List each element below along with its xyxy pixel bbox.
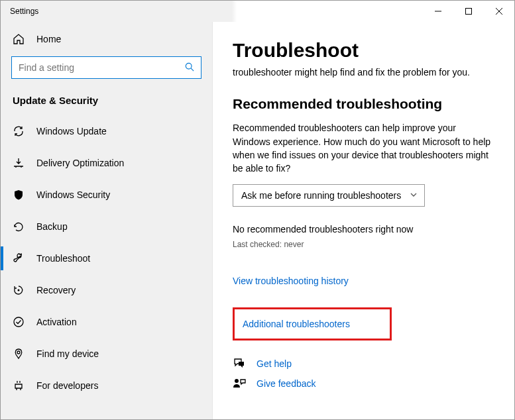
search-box[interactable]	[11, 56, 201, 79]
location-icon	[13, 348, 25, 360]
sidebar-item-find-my-device[interactable]: Find my device	[1, 338, 212, 370]
troubleshoot-preference-dropdown[interactable]: Ask me before running troubleshooters	[233, 184, 425, 207]
window-title: Settings	[1, 7, 38, 16]
sync-icon	[13, 125, 25, 137]
sidebar-item-label: Windows Update	[36, 126, 107, 136]
minimize-button[interactable]	[423, 1, 453, 22]
last-checked-text: Last checked: never	[233, 240, 494, 249]
search-wrapper	[11, 56, 201, 79]
intro-text: troubleshooter might help find and fix t…	[233, 66, 494, 79]
sidebar-home-label: Home	[36, 34, 61, 44]
sidebar-item-windows-security[interactable]: Windows Security	[1, 179, 212, 211]
sidebar-item-delivery-optimization[interactable]: Delivery Optimization	[1, 147, 212, 179]
maximize-button[interactable]	[453, 1, 484, 22]
give-feedback-link: Give feedback	[257, 378, 316, 389]
sidebar-item-label: Recovery	[36, 285, 76, 295]
sidebar-item-label: For developers	[36, 380, 98, 391]
view-history-link[interactable]: View troubleshooting history	[233, 276, 494, 286]
recovery-icon	[13, 284, 25, 296]
chevron-down-icon	[410, 190, 418, 201]
sidebar-item-label: Activation	[36, 317, 77, 327]
recommended-text: Recommended troubleshooters can help imp…	[233, 121, 494, 175]
sidebar-home[interactable]: Home	[1, 26, 212, 52]
home-icon	[13, 33, 25, 45]
close-button[interactable]	[484, 1, 514, 22]
sidebar-item-label: Troubleshoot	[36, 253, 90, 264]
status-text: No recommended troubleshooters right now	[233, 224, 494, 235]
backup-icon	[13, 221, 25, 233]
download-icon	[13, 157, 25, 169]
search-input[interactable]	[19, 62, 185, 73]
get-help-link: Get help	[257, 358, 292, 369]
content-area: Troubleshoot troubleshooter might help f…	[213, 22, 514, 420]
maximize-icon	[465, 8, 472, 15]
svg-line-5	[191, 68, 194, 71]
sidebar-item-label: Backup	[36, 221, 68, 232]
sidebar-item-label: Find my device	[36, 348, 99, 359]
close-icon	[496, 8, 502, 15]
sidebar-item-troubleshoot[interactable]: Troubleshoot	[1, 242, 212, 274]
sidebar-item-label: Windows Security	[36, 189, 110, 200]
titlebar: Settings	[1, 1, 514, 22]
dropdown-value: Ask me before running troubleshooters	[241, 190, 401, 201]
sidebar-category: Update & Security	[1, 87, 212, 115]
chat-icon	[233, 358, 246, 370]
highlight-box: Additional troubleshooters	[233, 307, 392, 341]
give-feedback-row[interactable]: Give feedback	[233, 378, 494, 390]
sidebar-item-for-developers[interactable]: For developers	[1, 370, 212, 401]
page-title: Troubleshoot	[233, 39, 494, 62]
svg-point-8	[17, 351, 20, 354]
sidebar-item-label: Delivery Optimization	[36, 158, 124, 168]
search-icon	[185, 62, 194, 74]
svg-point-7	[14, 317, 23, 327]
sidebar-item-activation[interactable]: Activation	[1, 306, 212, 338]
check-circle-icon	[13, 316, 25, 328]
minimize-icon	[435, 8, 441, 15]
sidebar-item-backup[interactable]: Backup	[1, 211, 212, 242]
svg-rect-1	[466, 9, 472, 15]
wrench-icon	[13, 252, 25, 264]
sidebar-item-windows-update[interactable]: Windows Update	[1, 115, 212, 147]
sidebar-item-recovery[interactable]: Recovery	[1, 274, 212, 306]
svg-point-6	[18, 289, 20, 291]
additional-troubleshooters-link[interactable]: Additional troubleshooters	[243, 319, 382, 329]
get-help-row[interactable]: Get help	[233, 358, 494, 370]
recommended-heading: Recommended troubleshooting	[233, 96, 494, 112]
feedback-icon	[233, 378, 246, 390]
sidebar: Home Update & Security Windows Update De…	[1, 22, 213, 420]
svg-point-9	[235, 379, 239, 383]
developer-icon	[13, 380, 25, 392]
shield-icon	[13, 189, 25, 201]
svg-point-4	[186, 63, 192, 69]
